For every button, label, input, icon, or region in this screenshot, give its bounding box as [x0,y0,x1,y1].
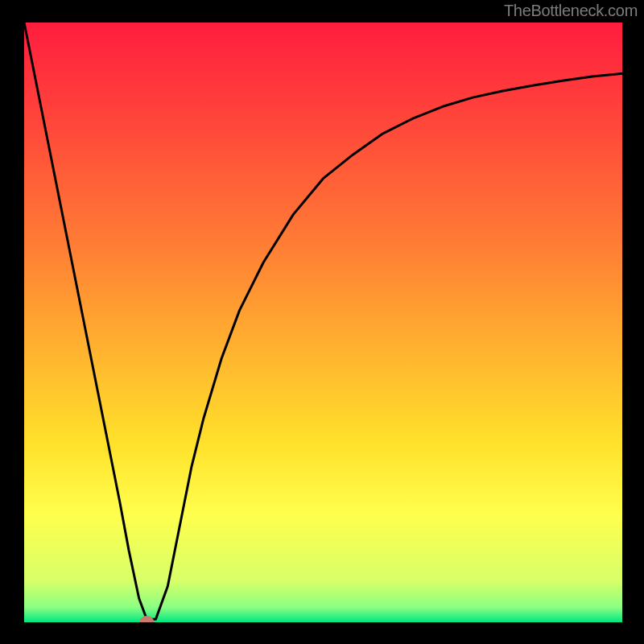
curve-path [24,23,622,619]
chart-curve-layer [24,23,622,622]
minimum-marker [140,617,153,622]
attribution-label: TheBottleneck.com [504,2,638,20]
chart-root: { "attribution": "TheBottleneck.com", "l… [0,0,644,644]
plot-area [24,23,622,622]
